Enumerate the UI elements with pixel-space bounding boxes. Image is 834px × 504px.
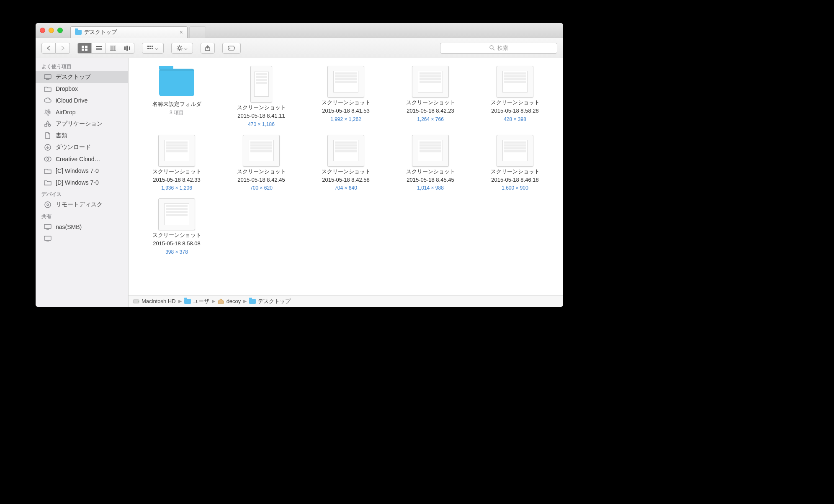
item-dimensions: 1,992 × 1,262 <box>330 116 361 122</box>
file-item[interactable]: スクリーンショット2015-05-18 8.58.28428 × 398 <box>474 66 556 127</box>
path-crumb[interactable]: Macintosh HD <box>133 298 176 304</box>
file-item[interactable]: スクリーンショット2015-05-18 8.46.181,600 × 900 <box>474 135 556 191</box>
svg-rect-18 <box>152 48 153 49</box>
sidebar-item[interactable]: ダウンロード <box>36 141 128 153</box>
sidebar-item-label: Dropbox <box>56 85 78 92</box>
file-item[interactable]: スクリーンショット2015-05-18 8.41.11470 × 1,186 <box>221 66 302 127</box>
search-placeholder: 検索 <box>497 44 508 52</box>
sidebar-item-label: [D] Windows 7-0 <box>56 179 99 186</box>
image-thumbnail <box>412 66 449 98</box>
file-item[interactable]: スクリーンショット2015-05-18 8.42.331,936 × 1,206 <box>136 135 217 191</box>
sidebar-item[interactable]: [D] Windows 7-0 <box>36 177 128 188</box>
sidebar-item[interactable]: AirDrop <box>36 106 128 118</box>
item-timestamp: 2015-05-18 8.42.45 <box>237 177 285 183</box>
sidebar-item-label: Creative Cloud… <box>56 156 100 162</box>
image-thumbnail <box>497 66 533 98</box>
tab-close-icon[interactable]: × <box>180 29 183 36</box>
svg-point-38 <box>49 124 51 126</box>
item-timestamp: 2015-05-18 8.58.08 <box>153 240 200 247</box>
sidebar-item-label: [C] Windows 7-0 <box>56 167 99 174</box>
forward-button[interactable] <box>56 43 70 54</box>
svg-rect-10 <box>124 46 126 50</box>
svg-point-29 <box>229 47 230 48</box>
file-item[interactable]: スクリーンショット2015-05-18 8.41.531,992 × 1,262 <box>305 66 386 127</box>
icon-view[interactable]: 名称未設定フォルダ3 項目スクリーンショット2015-05-18 8.41.11… <box>129 58 563 295</box>
search-field[interactable]: 検索 <box>440 43 557 54</box>
item-timestamp: 2015-05-18 8.46.18 <box>491 177 538 183</box>
icon-view-button[interactable] <box>77 43 92 54</box>
svg-rect-2 <box>82 49 84 51</box>
sidebar-item[interactable]: 書類 <box>36 130 128 141</box>
item-name: 名称未設定フォルダ <box>152 101 201 108</box>
file-item[interactable]: スクリーンショット2015-05-18 8.42.58704 × 640 <box>305 135 386 191</box>
cc-icon <box>44 155 51 163</box>
sidebar-item[interactable] <box>36 233 128 244</box>
close-window-button[interactable] <box>40 28 45 33</box>
screen-icon <box>44 235 51 242</box>
item-dimensions: 1,014 × 988 <box>417 185 444 191</box>
svg-point-34 <box>47 111 49 113</box>
svg-rect-9 <box>114 46 116 51</box>
sidebar-section-title: デバイス <box>36 188 128 199</box>
sidebar-item[interactable]: リモートディスク <box>36 199 128 211</box>
svg-rect-11 <box>126 46 128 51</box>
svg-rect-46 <box>44 236 51 240</box>
svg-rect-47 <box>46 241 49 242</box>
search-icon <box>489 45 495 51</box>
svg-point-43 <box>47 204 49 206</box>
file-item[interactable]: スクリーンショット2015-05-18 8.42.45700 × 620 <box>221 135 302 191</box>
file-item[interactable]: 名称未設定フォルダ3 項目 <box>136 66 217 127</box>
file-item[interactable]: スクリーンショット2015-05-18 8.42.231,264 × 766 <box>390 66 471 127</box>
sidebar-item-label: ダウンロード <box>56 144 91 151</box>
svg-line-31 <box>493 49 494 50</box>
file-item[interactable]: スクリーンショット2015-05-18 8.45.451,014 × 988 <box>390 135 471 191</box>
hd-icon <box>133 298 139 304</box>
sidebar-item[interactable]: Dropbox <box>36 83 128 95</box>
sidebar-item[interactable]: iCloud Drive <box>36 95 128 106</box>
new-tab-button[interactable] <box>189 26 206 38</box>
image-thumbnail <box>327 135 364 167</box>
item-name: スクリーンショット <box>406 99 455 106</box>
share-button[interactable] <box>201 43 215 54</box>
doc-icon <box>44 132 51 139</box>
item-dimensions: 398 × 378 <box>165 249 188 255</box>
action-button[interactable]: ⌵ <box>171 43 193 54</box>
path-crumb[interactable]: ユーザ <box>184 298 209 305</box>
svg-line-27 <box>178 49 178 50</box>
column-view-button[interactable] <box>106 43 120 54</box>
svg-point-42 <box>45 202 51 208</box>
coverflow-view-button[interactable] <box>120 43 134 54</box>
file-item[interactable]: スクリーンショット2015-05-18 8.58.08398 × 378 <box>136 198 217 255</box>
back-button[interactable] <box>41 43 56 54</box>
sidebar-item[interactable]: Creative Cloud… <box>36 153 128 165</box>
arrange-button[interactable]: ⌵ <box>142 43 164 54</box>
zoom-window-button[interactable] <box>57 28 63 33</box>
tab-title: デスクトップ <box>84 28 117 36</box>
svg-rect-37 <box>45 124 47 126</box>
folder-icon <box>44 85 51 93</box>
tab-active[interactable]: デスクトップ × <box>70 26 188 38</box>
path-crumb[interactable]: decoy <box>218 298 241 304</box>
sidebar-item[interactable]: デスクトップ <box>36 71 128 83</box>
item-dimensions: 428 × 398 <box>504 116 526 122</box>
minimize-window-button[interactable] <box>49 28 54 33</box>
svg-point-19 <box>178 46 181 49</box>
svg-line-24 <box>178 46 178 47</box>
item-timestamp: 2015-05-18 8.41.53 <box>322 108 369 114</box>
tags-button[interactable] <box>222 43 241 54</box>
view-buttons <box>77 43 134 54</box>
item-name: スクリーンショット <box>237 168 286 175</box>
list-view-button[interactable] <box>92 43 106 54</box>
sidebar-item-label: iCloud Drive <box>56 97 88 104</box>
sidebar-item[interactable]: アプリケーション <box>36 118 128 130</box>
chevron-right-icon: ▶ <box>243 298 247 304</box>
download-icon <box>44 144 51 151</box>
item-timestamp: 2015-05-18 8.42.33 <box>153 177 200 183</box>
sidebar-item[interactable]: [C] Windows 7-0 <box>36 165 128 177</box>
sidebar-item[interactable]: nas(SMB) <box>36 221 128 233</box>
svg-rect-5 <box>96 48 102 49</box>
svg-point-49 <box>138 301 139 302</box>
path-crumb[interactable]: デスクトップ <box>249 298 291 305</box>
toolbar: ⌵ ⌵ 検索 <box>36 38 563 58</box>
item-name: スクリーンショット <box>322 99 371 106</box>
